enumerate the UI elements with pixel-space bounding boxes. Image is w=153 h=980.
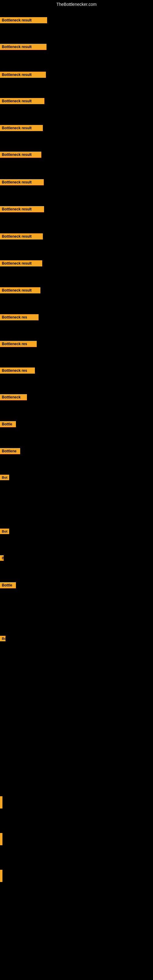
bottleneck-label-2: Bottleneck result bbox=[0, 44, 46, 50]
bottleneck-label-7: Bottleneck result bbox=[0, 179, 44, 185]
bottleneck-label-16: Bottle bbox=[0, 421, 16, 427]
bottleneck-label-6: Bottleneck result bbox=[0, 151, 41, 158]
bottleneck-label-18: Bot bbox=[0, 475, 9, 480]
bottleneck-label-20: Bot bbox=[0, 528, 9, 534]
bottleneck-label-5: Bottleneck result bbox=[0, 125, 43, 131]
bottleneck-label-24: Bo bbox=[0, 636, 5, 641]
bottleneck-label-8: Bottleneck result bbox=[0, 206, 44, 212]
bottleneck-label-17: Bottlene bbox=[0, 448, 20, 454]
site-title: TheBottlenecker.com bbox=[0, 0, 153, 9]
bottleneck-label-14: Bottleneck res bbox=[0, 368, 35, 374]
bottleneck-label-13: Bottleneck res bbox=[0, 341, 37, 347]
bottleneck-label-11: Bottleneck result bbox=[0, 287, 40, 293]
bottleneck-label-9: Bottleneck result bbox=[0, 233, 43, 240]
small-bar-2 bbox=[0, 833, 2, 845]
bottleneck-label-15: Bottleneck bbox=[0, 394, 27, 400]
small-bar-1 bbox=[0, 796, 2, 808]
bottleneck-label-4: Bottleneck result bbox=[0, 98, 45, 104]
bottleneck-label-21: B bbox=[0, 555, 4, 561]
bottleneck-label-12: Bottleneck res bbox=[0, 314, 38, 320]
page-wrapper: TheBottlenecker.com Bottleneck resultBot… bbox=[0, 0, 153, 980]
bottleneck-label-10: Bottleneck result bbox=[0, 260, 42, 266]
bottleneck-label-1: Bottleneck result bbox=[0, 17, 47, 23]
bottleneck-label-3: Bottleneck result bbox=[0, 72, 46, 78]
small-bar-3 bbox=[0, 870, 2, 882]
bottleneck-label-22: Bottle bbox=[0, 582, 16, 588]
